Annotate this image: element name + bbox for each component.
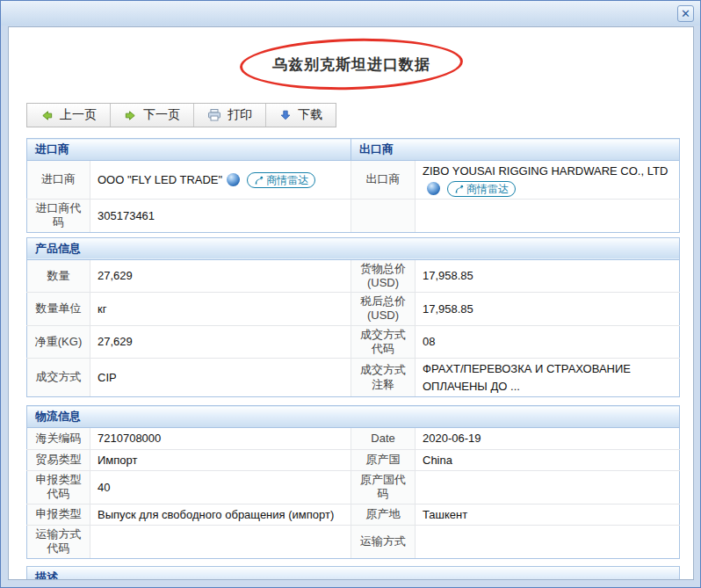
exporter-name-label: 出口商: [351, 161, 416, 200]
table-row: 运输方式代码 运输方式: [27, 526, 680, 559]
field-value-cell: 08: [416, 325, 680, 359]
field-value-cell: [416, 471, 680, 505]
logistics-table: 物流信息 海关编码 7210708000 Date 2020-06-19 贸易类…: [26, 405, 680, 559]
empty-label-cell: [351, 200, 416, 233]
field-label-cell: 数量: [27, 259, 90, 293]
table-row: 贸易类型 Импорт 原产国 China: [27, 449, 680, 471]
section-header-row: 物流信息: [27, 406, 680, 428]
print-button[interactable]: 打印: [194, 104, 266, 127]
globe-icon[interactable]: [427, 182, 440, 195]
arrow-left-icon: [40, 109, 54, 122]
field-label-cell: 成交方式注释: [351, 359, 416, 397]
section-header-product: 产品信息: [27, 237, 680, 259]
importer-code-label: 进口商代码: [27, 200, 90, 233]
table-row: 进口商 OOO "FLY LED TRADE"商情雷达 出口商 ZIBO YOU…: [27, 161, 680, 200]
product-info-table: 产品信息 数量 27,629 货物总价 (USD) 17,958.85 数量单位…: [26, 237, 680, 398]
table-row: 申报类型代码 40 原产国代码: [27, 471, 680, 505]
page-title: 乌兹别克斯坦进口数据: [272, 54, 430, 75]
prev-page-button[interactable]: 上一页: [27, 104, 111, 127]
importer-code-value: 305173461: [90, 200, 351, 233]
exporter-name-cell: ZIBO YOUSAI RIGGING HARDWARE CO., LTD商情雷…: [416, 161, 680, 200]
field-value-cell: Выпуск для свободного обращения (импорт): [90, 504, 351, 526]
toolbar: 上一页 下一页 打印 下载: [26, 103, 336, 127]
table-row: 净重(KG) 27,629 成交方式代码 08: [27, 325, 680, 359]
import-data-window: ✕ 乌兹别克斯坦进口数据 上一页 下一页: [0, 0, 701, 588]
print-label: 打印: [228, 107, 252, 123]
importer-name-label: 进口商: [27, 161, 90, 200]
printer-icon: [207, 108, 221, 122]
field-label-cell: 运输方式: [351, 526, 416, 559]
section-header-description: 描述: [27, 566, 680, 580]
field-label-cell: Date: [351, 428, 416, 450]
importer-exporter-table: 进口商 出口商 进口商 OOO "FLY LED TRADE"商情雷达 出口商 …: [26, 138, 680, 233]
field-value-cell: ФРАХТ/ПЕРЕВОЗКА И СТРАХОВАНИЕ ОПЛАЧЕНЫ Д…: [416, 359, 680, 397]
importer-name-cell: OOO "FLY LED TRADE"商情雷达: [90, 161, 351, 200]
field-value-cell: China: [416, 449, 680, 471]
field-value-cell: 17,958.85: [416, 293, 680, 326]
field-label-cell: 数量单位: [27, 293, 90, 326]
title-area: 乌兹别克斯坦进口数据: [9, 39, 693, 90]
description-table: 描述 产品描述 1. Сталь оцинкованная с полимерн…: [26, 566, 680, 580]
section-header-row: 描述: [27, 566, 680, 580]
field-value-cell: [416, 526, 680, 559]
section-header-row: 进口商 出口商: [27, 139, 680, 161]
business-radar-badge[interactable]: 商情雷达: [447, 181, 516, 197]
download-label: 下载: [298, 107, 322, 123]
field-label-cell: 贸易类型: [27, 449, 90, 471]
close-button[interactable]: ✕: [677, 5, 694, 22]
field-value-cell: Ташкент: [416, 504, 680, 526]
field-value-cell: Импорт: [90, 449, 351, 471]
red-ellipse-annotation: 乌兹别克斯坦进口数据: [239, 36, 463, 93]
field-label-cell: 成交方式代码: [351, 325, 416, 359]
window-titlebar: ✕: [1, 1, 700, 25]
field-value-cell: CIP: [90, 359, 351, 397]
section-header-logistics: 物流信息: [27, 406, 680, 428]
field-value-cell: кг: [90, 293, 351, 326]
satellite-dish-icon: [254, 176, 264, 185]
field-value-cell: [90, 526, 351, 559]
field-value-cell: 40: [90, 471, 351, 505]
field-value-cell: 27,629: [90, 325, 351, 359]
field-label-cell: 原产国: [351, 449, 416, 471]
field-label-cell: 申报类型: [27, 504, 90, 526]
field-value-cell: 17,958.85: [416, 259, 680, 293]
table-row: 海关编码 7210708000 Date 2020-06-19: [27, 428, 680, 450]
prev-page-label: 上一页: [60, 107, 97, 123]
field-label-cell: 原产国代码: [351, 471, 416, 505]
table-row: 数量单位 кг 税后总价 (USD) 17,958.85: [27, 293, 680, 326]
table-row: 成交方式 CIP 成交方式注释 ФРАХТ/ПЕРЕВОЗКА И СТРАХО…: [27, 359, 680, 397]
section-header-row: 产品信息: [27, 237, 680, 259]
importer-name-value: OOO "FLY LED TRADE": [98, 173, 222, 186]
arrow-down-icon: [279, 109, 292, 121]
section-header-exporter: 出口商: [351, 139, 680, 161]
globe-icon[interactable]: [227, 173, 240, 186]
field-value-cell: 2020-06-19: [416, 428, 680, 450]
table-row: 申报类型 Выпуск для свободного обращения (им…: [27, 504, 680, 526]
next-page-button[interactable]: 下一页: [111, 104, 194, 127]
dialog-body: 乌兹别克斯坦进口数据 上一页 下一页 打印 下: [8, 26, 694, 580]
business-radar-label: 商情雷达: [466, 181, 509, 197]
field-label-cell: 货物总价 (USD): [351, 259, 416, 293]
download-button[interactable]: 下载: [266, 104, 336, 127]
satellite-dish-icon: [454, 185, 464, 194]
field-label-cell: 税后总价 (USD): [351, 293, 416, 326]
next-page-label: 下一页: [143, 107, 180, 123]
arrow-right-icon: [124, 109, 137, 122]
field-value-cell: 27,629: [90, 259, 351, 293]
field-value-cell: 7210708000: [90, 428, 351, 450]
field-label-cell: 运输方式代码: [27, 526, 90, 559]
business-radar-badge[interactable]: 商情雷达: [247, 172, 315, 188]
section-header-importer: 进口商: [27, 139, 351, 161]
close-icon: ✕: [681, 7, 690, 20]
table-row: 进口商代码 305173461: [27, 200, 680, 233]
exporter-name-value: ZIBO YOUSAI RIGGING HARDWARE CO., LTD: [423, 164, 668, 178]
field-label-cell: 申报类型代码: [27, 471, 90, 505]
table-row: 数量 27,629 货物总价 (USD) 17,958.85: [27, 259, 680, 293]
empty-value-cell: [416, 200, 680, 233]
field-label-cell: 净重(KG): [27, 325, 90, 359]
field-label-cell: 成交方式: [27, 359, 90, 397]
field-label-cell: 海关编码: [27, 428, 90, 450]
business-radar-label: 商情雷达: [266, 172, 308, 188]
field-label-cell: 原产地: [351, 504, 416, 526]
